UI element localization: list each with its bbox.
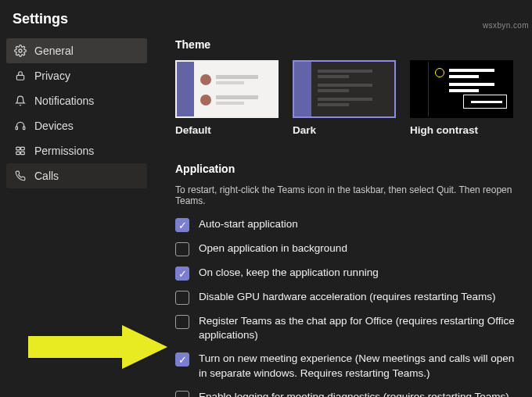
- application-hint: To restart, right-click the Teams icon i…: [175, 184, 524, 206]
- application-heading: Application: [175, 163, 524, 175]
- theme-options: Default Dark High contrast: [175, 60, 524, 136]
- option-new-meeting-exp[interactable]: ✓ Turn on new meeting experience (New me…: [175, 352, 524, 380]
- option-label: Enable logging for meeting diagnostics (…: [199, 390, 509, 397]
- svg-rect-3: [23, 127, 25, 130]
- watermark: wsxbyn.com: [483, 21, 529, 30]
- option-autostart[interactable]: ✓ Auto-start application: [175, 217, 524, 232]
- sidebar-item-label: Devices: [34, 120, 74, 132]
- svg-point-0: [19, 49, 22, 52]
- checkbox-icon: ✓: [175, 218, 189, 232]
- svg-rect-1: [16, 75, 23, 80]
- checkbox-icon: [175, 291, 189, 305]
- settings-sidebar: General Privacy Notifications Devices Pe…: [0, 38, 147, 397]
- sidebar-item-privacy[interactable]: Privacy: [6, 63, 147, 88]
- theme-label: Default: [175, 124, 279, 136]
- theme-option-dark[interactable]: Dark: [293, 60, 396, 136]
- sidebar-item-notifications[interactable]: Notifications: [6, 88, 147, 113]
- phone-icon: [14, 170, 27, 182]
- option-label: Auto-start application: [199, 217, 298, 231]
- option-label: Register Teams as the chat app for Offic…: [199, 314, 524, 342]
- lock-icon: [14, 70, 27, 82]
- checkbox-icon: [175, 391, 189, 397]
- settings-content: Theme Default Dark: [175, 38, 532, 397]
- sidebar-item-label: General: [34, 45, 74, 57]
- option-label: Disable GPU hardware acceleration (requi…: [199, 290, 495, 304]
- option-label: Turn on new meeting experience (New meet…: [199, 352, 524, 380]
- sidebar-item-devices[interactable]: Devices: [6, 113, 147, 138]
- gear-icon: [14, 45, 27, 57]
- option-enable-logging[interactable]: Enable logging for meeting diagnostics (…: [175, 390, 524, 397]
- option-keep-running[interactable]: ✓ On close, keep the application running: [175, 266, 524, 281]
- option-disable-gpu[interactable]: Disable GPU hardware acceleration (requi…: [175, 290, 524, 305]
- option-open-background[interactable]: Open application in background: [175, 241, 524, 256]
- bell-icon: [14, 95, 27, 107]
- checkbox-icon: ✓: [175, 352, 189, 367]
- theme-option-default[interactable]: Default: [175, 60, 279, 136]
- theme-label: Dark: [293, 124, 396, 136]
- theme-thumb-high-contrast: [410, 60, 513, 118]
- sidebar-item-permissions[interactable]: Permissions: [6, 138, 147, 163]
- theme-thumb-dark: [293, 60, 396, 118]
- svg-rect-6: [16, 152, 20, 155]
- page-title: Settings: [0, 0, 532, 38]
- theme-heading: Theme: [175, 38, 524, 51]
- sidebar-item-general[interactable]: General: [6, 38, 147, 63]
- theme-option-high-contrast[interactable]: High contrast: [410, 60, 513, 136]
- checkbox-icon: ✓: [175, 266, 189, 281]
- sidebar-item-label: Privacy: [34, 70, 70, 82]
- theme-label: High contrast: [410, 124, 513, 136]
- svg-rect-4: [16, 147, 20, 150]
- option-label: Open application in background: [199, 241, 347, 256]
- checkbox-icon: [175, 242, 189, 256]
- sidebar-item-calls[interactable]: Calls: [6, 163, 147, 188]
- headset-icon: [14, 120, 27, 132]
- sidebar-item-label: Calls: [34, 170, 59, 182]
- option-register-chat[interactable]: Register Teams as the chat app for Offic…: [175, 314, 524, 342]
- permissions-icon: [14, 145, 27, 157]
- sidebar-item-label: Notifications: [34, 95, 94, 107]
- theme-thumb-default: [175, 60, 279, 118]
- checkbox-icon: [175, 315, 189, 329]
- svg-rect-2: [16, 127, 17, 130]
- option-label: On close, keep the application running: [199, 266, 379, 280]
- sidebar-item-label: Permissions: [34, 145, 94, 157]
- svg-rect-7: [21, 152, 25, 155]
- svg-rect-5: [21, 147, 25, 150]
